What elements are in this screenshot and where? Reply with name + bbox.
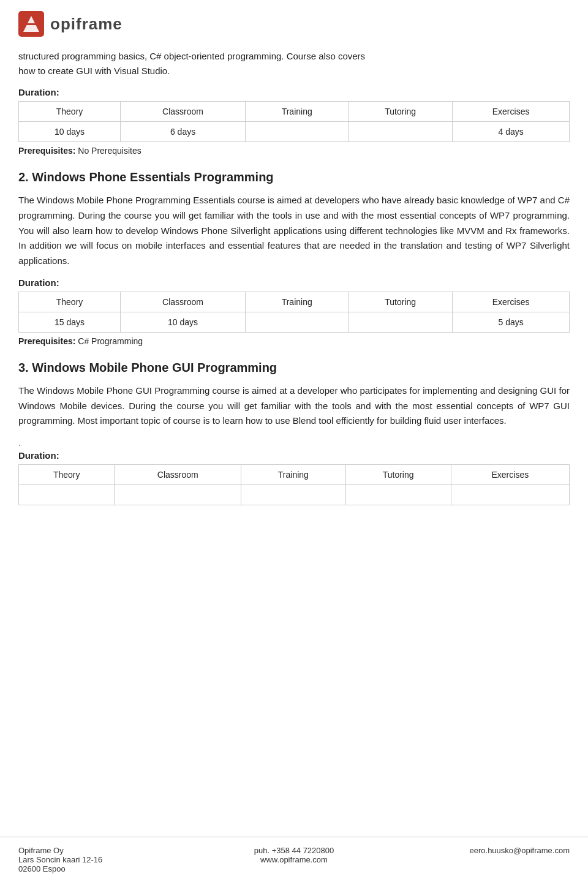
duration-table-2: Theory Classroom Training Tutoring Exerc…: [18, 292, 570, 333]
td-training-1: [246, 122, 349, 142]
logo-container: opiframe: [18, 11, 123, 37]
duration-section-1: Duration: Theory Classroom Training Tuto…: [18, 87, 570, 156]
td-exercises-3: [451, 485, 569, 505]
th-theory-2: Theory: [19, 292, 121, 312]
section-3-title: 3. Windows Mobile Phone GUI Programming: [18, 361, 570, 375]
td-tutoring-1: [349, 122, 453, 142]
intro-text: structured programming basics, C# object…: [18, 49, 570, 78]
th-theory-3: Theory: [19, 465, 115, 485]
th-training-3: Training: [241, 465, 345, 485]
th-training-2: Training: [246, 292, 349, 312]
duration-section-3: Duration: Theory Classroom Training Tuto…: [18, 450, 570, 505]
td-exercises-2: 5 days: [453, 312, 570, 332]
prerequisites-value-2: C# Programming: [78, 336, 143, 346]
th-tutoring-3: Tutoring: [345, 465, 451, 485]
prerequisites-label-2: Prerequisites:: [18, 336, 75, 346]
prerequisites-2: Prerequisites: C# Programming: [18, 336, 570, 346]
th-exercises-1: Exercises: [453, 102, 570, 122]
td-tutoring-3: [345, 485, 451, 505]
main-content: structured programming basics, C# object…: [0, 43, 588, 560]
footer-email: eero.huusko@opiframe.com: [386, 846, 570, 855]
th-classroom-3: Classroom: [115, 465, 241, 485]
td-classroom-3: [115, 485, 241, 505]
td-exercises-1: 4 days: [453, 122, 570, 142]
footer-phone: puh. +358 44 7220800: [202, 846, 386, 855]
section-3-body: The Windows Mobile Phone GUI Programming…: [18, 383, 570, 429]
footer-col-3: eero.huusko@opiframe.com: [386, 846, 570, 855]
footer-address: Lars Soncin kaari 12-16: [18, 855, 202, 864]
td-theory-1: 10 days: [19, 122, 121, 142]
duration-table-1: Theory Classroom Training Tutoring Exerc…: [18, 101, 570, 142]
footer-company: Opiframe Oy: [18, 846, 202, 855]
duration-section-2: Duration: Theory Classroom Training Tuto…: [18, 277, 570, 346]
footer-col-1: Opiframe Oy Lars Soncin kaari 12-16 0260…: [18, 846, 202, 873]
th-exercises-2: Exercises: [453, 292, 570, 312]
footer-col-2: puh. +358 44 7220800 www.opiframe.com: [202, 846, 386, 864]
th-theory-1: Theory: [19, 102, 121, 122]
td-training-3: [241, 485, 345, 505]
td-theory-3: [19, 485, 115, 505]
prerequisites-label-1: Prerequisites:: [18, 146, 75, 156]
td-classroom-2: 10 days: [121, 312, 246, 332]
section-3: 3. Windows Mobile Phone GUI Programming …: [18, 361, 570, 505]
td-training-2: [246, 312, 349, 332]
duration-label-3: Duration:: [18, 450, 570, 461]
header: opiframe: [0, 0, 588, 43]
td-classroom-1: 6 days: [121, 122, 246, 142]
section-2-title: 2. Windows Phone Essentials Programming: [18, 170, 570, 184]
th-exercises-3: Exercises: [451, 465, 569, 485]
dot-separator: .: [18, 437, 570, 448]
prerequisites-1: Prerequisites: No Prerequisites: [18, 146, 570, 156]
th-tutoring-1: Tutoring: [349, 102, 453, 122]
th-classroom-1: Classroom: [121, 102, 246, 122]
td-theory-2: 15 days: [19, 312, 121, 332]
section-2: 2. Windows Phone Essentials Programming …: [18, 170, 570, 346]
duration-table-3: Theory Classroom Training Tutoring Exerc…: [18, 464, 570, 505]
logo-icon: [18, 11, 44, 37]
svg-rect-2: [26, 23, 37, 25]
th-classroom-2: Classroom: [121, 292, 246, 312]
prerequisites-value-1: No Prerequisites: [78, 146, 141, 156]
th-training-1: Training: [246, 102, 349, 122]
intro-line2: how to create GUI with Visual Studio.: [18, 66, 170, 76]
logo-text: opiframe: [50, 15, 123, 34]
th-tutoring-2: Tutoring: [349, 292, 453, 312]
duration-label-2: Duration:: [18, 277, 570, 288]
duration-label-1: Duration:: [18, 87, 570, 97]
td-tutoring-2: [349, 312, 453, 332]
footer-city: 02600 Espoo: [18, 864, 202, 873]
intro-line1: structured programming basics, C# object…: [18, 51, 365, 61]
section-2-body: The Windows Mobile Phone Programming Ess…: [18, 193, 570, 269]
footer: Opiframe Oy Lars Soncin kaari 12-16 0260…: [0, 837, 588, 882]
footer-website: www.opiframe.com: [202, 855, 386, 864]
